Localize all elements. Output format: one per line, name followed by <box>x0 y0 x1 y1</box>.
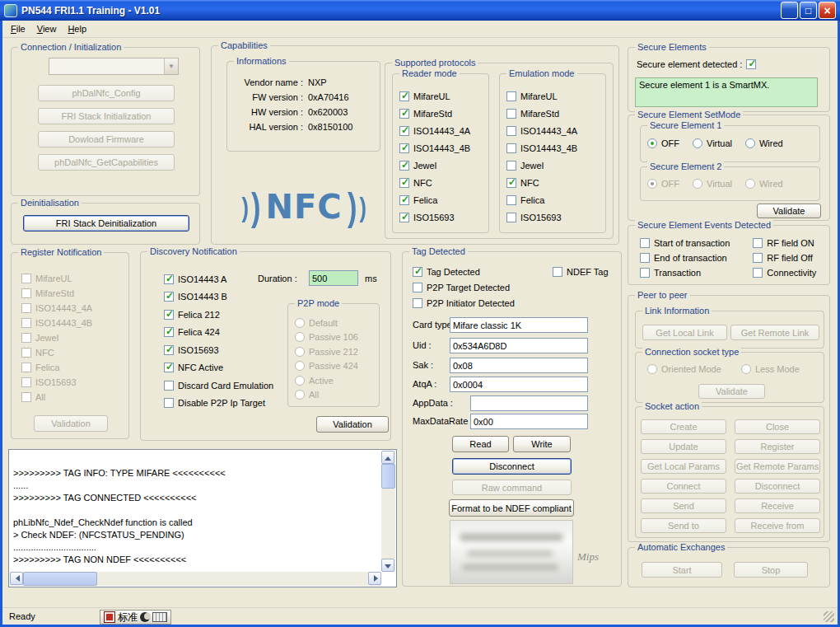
register-checkbox[interactable]: MifareStd <box>21 286 92 301</box>
start-button[interactable]: Start <box>642 562 722 578</box>
vertical-scrollbar[interactable] <box>381 451 395 572</box>
resize-grip[interactable] <box>824 611 834 622</box>
discovery-checkbox[interactable]: Discard Card Emulation <box>164 377 273 395</box>
reader-mode-checkbox[interactable]: ISO14443_4A <box>399 122 470 139</box>
secure-element-detected-checkbox[interactable]: Secure element detected : <box>637 59 756 69</box>
write-button[interactable]: Write <box>513 436 571 452</box>
appdata-field[interactable] <box>470 395 588 411</box>
disconnect-button[interactable]: Disconnect <box>452 458 572 475</box>
emulation-mode-checkbox[interactable]: ISO14443_4B <box>506 139 577 157</box>
socket-action-button[interactable]: Connect <box>641 479 726 494</box>
discovery-checkbox[interactable]: Disable P2P Ip Target <box>164 395 273 413</box>
menu-help[interactable]: Help <box>62 21 92 36</box>
socket-action-button[interactable]: Send to <box>641 518 726 533</box>
read-button[interactable]: Read <box>452 436 509 452</box>
emulation-mode-checkbox[interactable]: ISO14443_4A <box>506 122 577 139</box>
se2-mode-radio[interactable]: Wired <box>745 179 783 189</box>
fri-stack-deinit-button[interactable]: FRI Stack Deinitialization <box>23 215 189 232</box>
atqa-field[interactable]: 0x0004 <box>450 377 588 392</box>
maximize-button[interactable]: □ <box>800 2 817 19</box>
menu-file[interactable]: File <box>5 21 31 36</box>
se-event-checkbox[interactable]: Connectivity <box>753 265 816 280</box>
ime-mode-icon[interactable] <box>140 612 150 622</box>
p2p-mode-radio[interactable]: Passive 106 <box>295 330 358 345</box>
reader-mode-checkbox[interactable]: ISO15693 <box>399 208 470 226</box>
se-event-checkbox[interactable]: Transaction <box>640 265 730 280</box>
socket-type-validate-button[interactable]: Validate <box>698 384 765 399</box>
reader-mode-checkbox[interactable]: Jewel <box>399 157 470 174</box>
connection-button[interactable]: phDalNfc_Config <box>38 85 175 101</box>
register-checkbox[interactable]: All <box>21 390 92 405</box>
scroll-right-icon[interactable] <box>368 572 381 585</box>
minimize-button[interactable]: _ <box>781 2 798 19</box>
get-local-link-button[interactable]: Get Local Link <box>642 325 727 340</box>
menu-view[interactable]: View <box>31 21 63 36</box>
socket-action-button[interactable]: Send <box>641 498 726 513</box>
scrollbar-thumb[interactable] <box>23 572 97 586</box>
socket-action-button[interactable]: Receive <box>735 498 820 513</box>
connection-button[interactable]: Dowload Firmware <box>38 131 175 147</box>
ime-language-bar[interactable]: 标准 <box>100 610 171 625</box>
discovery-checkbox[interactable]: NFC Active <box>164 359 273 377</box>
register-checkbox[interactable]: MifareUL <box>21 271 92 286</box>
scrollbar-thumb[interactable] <box>381 464 395 489</box>
discovery-checkbox[interactable]: ISO15693 <box>164 341 273 359</box>
scroll-up-icon[interactable] <box>381 451 394 464</box>
device-combobox[interactable]: ▼ <box>49 58 179 75</box>
socket-action-button[interactable]: Register <box>735 439 820 454</box>
se-event-checkbox[interactable]: RF field Off <box>753 250 816 265</box>
reader-mode-checkbox[interactable]: ISO14443_4B <box>399 139 470 157</box>
socket-action-button[interactable]: Get Local Params <box>641 459 726 474</box>
ndef-tag-checkbox[interactable]: NDEF Tag <box>553 267 609 277</box>
register-checkbox[interactable]: Felica <box>21 360 92 375</box>
register-checkbox[interactable]: ISO14443_4B <box>21 316 92 330</box>
tag-detected-checkbox[interactable]: Tag Detected <box>413 267 480 277</box>
oriented-mode-radio[interactable]: Oriented Mode <box>647 364 721 374</box>
se2-mode-radio[interactable]: Virtual <box>693 179 732 189</box>
duration-input[interactable]: 500 <box>309 270 358 286</box>
emulation-mode-checkbox[interactable]: Felica <box>506 191 577 208</box>
uid-field[interactable]: 0x534A6D8D <box>450 338 588 353</box>
scroll-down-icon[interactable] <box>381 559 394 572</box>
discovery-checkbox[interactable]: Felica 212 <box>164 306 273 324</box>
register-checkbox[interactable]: NFC <box>21 345 92 360</box>
connection-button[interactable]: phDalNfc_GetCapabilities <box>38 154 175 171</box>
register-checkbox[interactable]: Jewel <box>21 330 92 345</box>
titlebar[interactable]: PN544 FRI1.1 Training - V1.01 _ □ × <box>0 0 840 21</box>
format-ndef-button[interactable]: Format to be NDEF compliant <box>449 499 574 517</box>
reader-mode-checkbox[interactable]: MifareStd <box>399 105 470 122</box>
emulation-mode-checkbox[interactable]: MifareUL <box>506 87 577 105</box>
keyboard-icon[interactable] <box>152 612 167 622</box>
horizontal-scrollbar[interactable] <box>10 572 381 586</box>
discovery-checkbox[interactable]: Felica 424 <box>164 324 273 342</box>
p2p-mode-radio[interactable]: Active <box>295 373 358 388</box>
less-mode-radio[interactable]: Less Mode <box>741 364 800 374</box>
socket-action-button[interactable]: Close <box>735 419 820 434</box>
reader-mode-checkbox[interactable]: MifareUL <box>399 87 470 105</box>
se-event-checkbox[interactable]: RF field ON <box>753 236 816 250</box>
discovery-checkbox[interactable]: ISO14443 B <box>164 288 273 306</box>
p2p-mode-radio[interactable]: Passive 424 <box>295 359 358 374</box>
register-checkbox[interactable]: ISO15693 <box>21 375 92 390</box>
socket-action-button[interactable]: Update <box>641 439 726 454</box>
register-checkbox[interactable]: ISO14443_4A <box>21 301 92 316</box>
register-validation-button[interactable]: Validation <box>34 415 108 432</box>
se1-mode-radio[interactable]: Virtual <box>693 138 732 148</box>
socket-action-button[interactable]: Receive from <box>735 518 820 533</box>
close-button[interactable]: × <box>819 2 836 19</box>
se-event-checkbox[interactable]: End of transaction <box>640 250 730 265</box>
log-output[interactable]: >>>>>>>>> TAG INFO: TYPE MIFARE <<<<<<<<… <box>8 449 397 587</box>
stop-button[interactable]: Stop <box>734 562 808 578</box>
emulation-mode-checkbox[interactable]: ISO15693 <box>506 208 577 226</box>
connection-button[interactable]: FRI Stack Initialization <box>38 108 175 124</box>
setmode-validate-button[interactable]: Validate <box>757 204 821 218</box>
se-event-checkbox[interactable]: Start of transaction <box>640 236 730 250</box>
ime-icon[interactable] <box>104 611 115 623</box>
maxdatarate-field[interactable]: 0x00 <box>470 414 588 429</box>
emulation-mode-checkbox[interactable]: NFC <box>506 174 577 191</box>
emulation-mode-checkbox[interactable]: MifareStd <box>506 105 577 122</box>
se2-mode-radio[interactable]: OFF <box>647 179 679 189</box>
card-type-field[interactable]: Mifare classic 1K <box>450 317 588 333</box>
p2p-target-checkbox[interactable]: P2P Target Detected <box>413 283 510 292</box>
scroll-left-icon[interactable] <box>10 572 23 585</box>
